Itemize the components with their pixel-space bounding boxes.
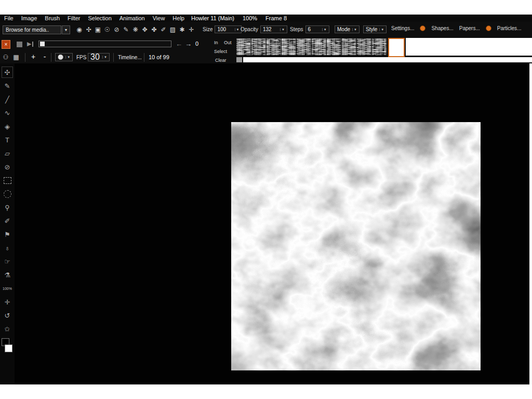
pan-tool[interactable]: ✛ [2, 296, 13, 308]
select-label[interactable]: Select [214, 49, 227, 54]
fps-combo[interactable]: 30 ▼ [88, 53, 110, 61]
steps-combo[interactable]: 6 ▼ [305, 25, 329, 33]
brush-selector-tool[interactable]: ✣ [2, 66, 13, 78]
onion-skin-icon[interactable]: ⚇ [1, 52, 10, 62]
size-combo[interactable]: 100 ▼ [215, 25, 242, 33]
settings-status-dot-icon[interactable] [420, 25, 425, 31]
menu-file[interactable]: File [4, 15, 14, 21]
frame-filmstrip[interactable] [236, 38, 387, 55]
transform-icon[interactable]: ✥ [140, 24, 149, 35]
canvas-image[interactable] [231, 122, 481, 370]
add-frame-button[interactable]: + [29, 52, 37, 61]
key-icon: ♁ [5, 244, 10, 252]
clear-range-bar[interactable] [243, 57, 532, 62]
frame-seek-slider[interactable] [38, 41, 171, 47]
steps-value: 6 [308, 26, 320, 32]
steps-label: Steps [290, 26, 303, 32]
menu-brush[interactable]: Brush [45, 15, 60, 21]
separator [51, 53, 51, 62]
airbrush-icon[interactable]: ❋ [131, 24, 140, 35]
brush-tip-icon[interactable]: ◉ [75, 24, 84, 35]
polygon-tool[interactable]: ◈ [2, 121, 13, 132]
menu-help[interactable]: Help [172, 15, 184, 21]
filled-ellipse-icon: ⊘ [5, 163, 10, 171]
menu-selection[interactable]: Selection [88, 15, 112, 21]
pin-tool[interactable]: ⚑ [2, 229, 13, 240]
text-tool[interactable]: T [2, 134, 13, 145]
brush-selector-icon: ✣ [5, 69, 10, 76]
fan-brush-icon[interactable]: ✤ [150, 24, 158, 35]
freehand-draw-icon[interactable]: ✐ [159, 24, 168, 35]
show-brush-icon[interactable]: ☉ [103, 24, 112, 35]
menu-filter[interactable]: Filter [68, 15, 80, 21]
steps-caret-icon[interactable]: ▼ [322, 28, 328, 31]
line-tool[interactable]: ╱ [2, 94, 13, 105]
menu-image[interactable]: Image [21, 15, 37, 21]
opacity-caret-icon[interactable]: ▼ [280, 28, 286, 31]
transport-bar: × ▶ ← → 0 [0, 37, 208, 51]
filled-polygon-icon: ▱ [5, 150, 10, 157]
clear-label[interactable]: Clear [215, 58, 227, 63]
clear-range-chip[interactable] [236, 57, 242, 62]
out-label[interactable]: Out [224, 40, 232, 45]
prev-frame-icon[interactable]: ← [176, 40, 182, 48]
opacity-combo[interactable]: 132 ▼ [260, 25, 287, 33]
brush-media-icon[interactable]: ✣ [84, 24, 93, 35]
undo-icon: ↺ [5, 312, 10, 320]
hand-icon: ☞ [4, 258, 10, 265]
secondary-color-swatch[interactable] [5, 344, 12, 352]
clone-stamp-icon[interactable]: ▣ [94, 24, 102, 35]
text-icon: T [5, 136, 9, 144]
canvas-workspace[interactable] [15, 63, 529, 384]
undo-tool[interactable]: ↺ [2, 310, 13, 321]
timeline-button[interactable]: Timeline... [118, 55, 142, 60]
magnifier-tool[interactable]: ⚲ [2, 202, 13, 213]
zoom-100-tool[interactable]: 100% [2, 283, 13, 294]
style-caret-icon[interactable]: ▼ [379, 28, 385, 31]
pencil-mode-icon[interactable]: ✎ [122, 24, 130, 35]
curve-tool[interactable]: ∿ [2, 107, 13, 118]
browse-media-dropdown[interactable]: ▼ [62, 25, 70, 34]
pattern-icon[interactable]: ▨ [168, 24, 177, 35]
close-strip-button[interactable]: × [2, 40, 10, 49]
light-toggle-combo[interactable]: ⚪ ▼ [55, 53, 73, 61]
in-label[interactable]: In [214, 40, 218, 45]
frame-offset-value: 0 [195, 41, 198, 47]
style-combo[interactable]: Style ▼ [363, 25, 387, 33]
light-caret-icon[interactable]: ▼ [65, 56, 71, 59]
mask-mode-icon[interactable]: ⊘ [112, 24, 121, 35]
papers-button[interactable]: Papers... [459, 25, 480, 31]
menu-animation[interactable]: Animation [119, 15, 145, 21]
ellipse-select-tool[interactable] [2, 188, 13, 200]
filled-polygon-tool[interactable]: ▱ [2, 148, 13, 159]
color-picker-tool[interactable]: ✐ [2, 215, 13, 227]
menu-view[interactable]: View [153, 15, 165, 21]
star-tool[interactable]: ✩ [2, 323, 13, 335]
play-button[interactable]: ▶ [27, 41, 33, 47]
rect-select-tool[interactable] [2, 175, 13, 186]
shapes-button[interactable]: Shapes... [431, 25, 453, 31]
paint-tool[interactable]: ✎ [2, 80, 13, 91]
size-label: Size [203, 26, 212, 32]
settings-button[interactable]: Settings... [391, 25, 414, 31]
lamp-tool[interactable]: ⚗ [2, 269, 13, 281]
browse-media-button[interactable]: Browse for media.. [3, 25, 61, 34]
size-caret-icon[interactable]: ▼ [235, 28, 241, 31]
next-frame-icon[interactable]: → [185, 40, 192, 48]
current-frame-box[interactable] [388, 38, 405, 57]
mode-combo[interactable]: Mode ▼ [335, 25, 360, 33]
mode-caret-icon[interactable]: ▼ [352, 28, 358, 31]
remove-frame-button[interactable]: - [41, 52, 49, 61]
papers-status-dot-icon[interactable] [486, 25, 491, 31]
filled-ellipse-tool[interactable]: ⊘ [2, 161, 13, 172]
particles-button[interactable]: Particles... [497, 25, 522, 31]
precision-cross-icon[interactable]: ✛ [187, 24, 196, 35]
key-tool[interactable]: ♁ [2, 242, 13, 254]
fps-caret-icon[interactable]: ▼ [102, 56, 108, 59]
stop-button[interactable] [17, 42, 22, 47]
frames-grid-icon[interactable]: ▦ [11, 52, 21, 62]
hand-tool[interactable]: ☞ [2, 256, 13, 267]
seek-handle[interactable] [40, 42, 45, 46]
filter-burst-icon[interactable]: ✱ [178, 24, 187, 35]
separator [113, 53, 114, 62]
